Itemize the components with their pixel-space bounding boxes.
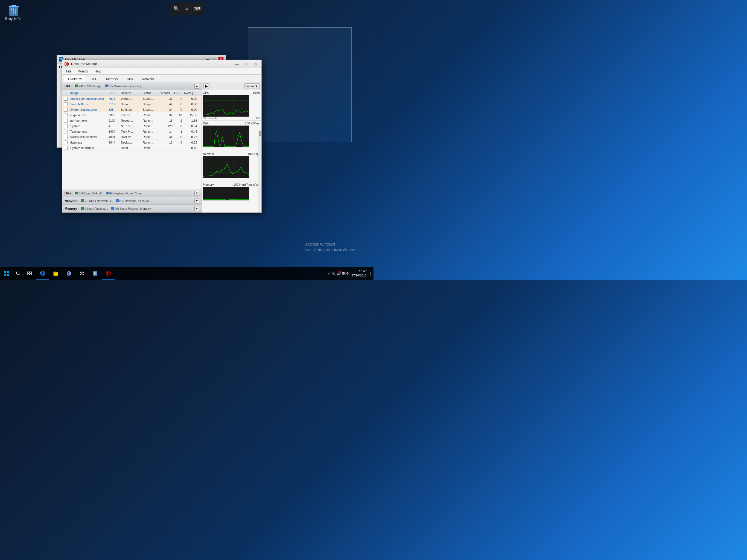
taskbar-clock[interactable]: 16:43 27/10/2016: [349, 269, 368, 278]
rm-close-btn[interactable]: ✕: [252, 61, 259, 67]
table-row[interactable]: iexplore.exe 3096 Interne... Runni... 32…: [62, 112, 202, 118]
proc-desc: Search ...: [120, 103, 142, 106]
col-threads[interactable]: Threads: [158, 91, 173, 95]
proc-image: SearchUI.exe: [70, 103, 108, 106]
svg-rect-10: [28, 272, 29, 273]
tab-cpu[interactable]: CPU: [86, 76, 101, 82]
cpu-graph-label: CPU 100%: [203, 91, 260, 95]
proc-status: Runni...: [142, 119, 158, 122]
svg-rect-19: [54, 272, 58, 276]
menu-button[interactable]: ≡: [182, 4, 192, 14]
table-row[interactable]: dwm.exe 3644 Deskto... Runni... 16 0 0.2…: [62, 140, 202, 145]
tray-lang[interactable]: ENG: [342, 272, 349, 275]
tray-expand[interactable]: ∧: [328, 272, 330, 275]
proc-desc: Settings: [120, 108, 142, 111]
resource-monitor-title: Resource Monitor: [71, 62, 231, 66]
col-avg[interactable]: Averag...: [183, 91, 198, 95]
disk-graph-val: 100 KB/sec: [245, 122, 260, 125]
network-manager-btn[interactable]: [62, 267, 75, 280]
memory-graph-section: Memory 100 Hard Faults/sec: [202, 182, 261, 201]
memory-graph-title: Memory: [203, 183, 214, 186]
proc-pid: 828: [108, 108, 120, 111]
table-row[interactable]: System Interrupts Defar... Runni... 0.16: [62, 145, 202, 151]
col-desc[interactable]: Descrip...: [120, 91, 142, 95]
show-desktop-btn[interactable]: |: [369, 271, 372, 276]
col-status[interactable]: Status: [142, 91, 158, 95]
magnifier-button[interactable]: 🔍: [172, 4, 181, 14]
ie-taskbar-btn[interactable]: [36, 267, 49, 280]
cpu-title: CPU: [65, 84, 71, 88]
rm-file-menu[interactable]: File: [63, 69, 74, 74]
col-pid[interactable]: PID: [108, 91, 120, 95]
svg-rect-20: [54, 272, 56, 273]
network-section-header[interactable]: Network 29 Kbps Network I/O 0% Network U…: [62, 197, 202, 205]
rm-maximize-btn[interactable]: □: [243, 61, 250, 67]
table-row[interactable]: System 4 NT Ker... Runni... 129 0 0.54: [62, 123, 202, 129]
views-label: Views: [247, 84, 254, 88]
memory-collapse-btn[interactable]: ▼: [195, 206, 199, 211]
tab-disk[interactable]: Disk: [123, 76, 137, 82]
proc-image: iexplore.exe: [70, 113, 108, 117]
activate-windows-notice: Activate Windows Go to Settings to activ…: [305, 241, 357, 253]
network-collapse-btn[interactable]: ▼: [195, 199, 199, 203]
svg-point-24: [81, 273, 83, 274]
rm-help-menu[interactable]: Help: [92, 69, 104, 74]
task-view-button[interactable]: [23, 267, 36, 280]
start-button[interactable]: [0, 267, 13, 280]
svg-point-8: [17, 272, 19, 275]
app-btn-1[interactable]: 📡: [88, 267, 102, 280]
proc-image: System: [70, 124, 108, 128]
proc-threads: 42: [158, 103, 173, 106]
proc-threads: 24: [158, 108, 173, 111]
proc-image: SystemSettings.exe: [70, 108, 108, 111]
memory-faults-stat: 0 Hard Faults/sec: [84, 207, 108, 210]
proc-avg: 0.27: [183, 135, 198, 138]
disk-graph: [203, 126, 249, 147]
proc-status: Runni...: [142, 113, 158, 117]
tray-volume-icon[interactable]: 🔊: [337, 272, 341, 276]
table-row[interactable]: SearchUI.exe 5112 Search ... Suspe... 42…: [62, 101, 202, 107]
disk-title: Disk: [65, 192, 71, 195]
disk-section-header[interactable]: Disk 0 KB/sec Disk I/O 0% Highest Active…: [62, 189, 202, 197]
table-header: Image PID Descrip... Status Threads CPU …: [62, 90, 202, 96]
table-row[interactable]: ShellExperienceHost.exe 4916 Windo... Su…: [62, 96, 202, 101]
cpu-graph-section: CPU 100%: [202, 90, 261, 121]
proc-status: Suspe...: [142, 97, 158, 100]
proc-avg: 0.00: [183, 108, 198, 111]
rm-monitor-menu[interactable]: Monitor: [75, 69, 91, 74]
rm-minimize-btn[interactable]: —: [233, 61, 241, 67]
keyboard-button[interactable]: ⌨: [192, 4, 202, 14]
memory-section-header[interactable]: Memory 0 Hard Faults/sec 0% Used Physica…: [62, 205, 202, 212]
rm-right-panel: ▶ Views ▼ CPU 100%: [202, 82, 261, 212]
views-chevron: ▼: [255, 84, 258, 88]
disk-collapse-btn[interactable]: ▼: [195, 191, 199, 196]
tab-network[interactable]: Network: [138, 76, 158, 82]
recycle-bin-icon[interactable]: Recycle Bin: [3, 3, 25, 21]
table-row[interactable]: SystemSettings.exe 828 Settings Suspe...…: [62, 107, 202, 112]
table-row[interactable]: svchost.exe (termsvcs) 4084 Host Pr... R…: [62, 134, 202, 140]
proc-cpu: 0: [173, 108, 183, 111]
col-cpu[interactable]: CPU: [173, 91, 183, 95]
table-row[interactable]: Taskmgr.exe 1404 Task M... Runni... 14 1…: [62, 129, 202, 134]
file-explorer-btn[interactable]: [49, 267, 62, 280]
tray-network-icon[interactable]: 🔌: [331, 272, 335, 276]
resource-monitor-taskbar-btn[interactable]: [102, 267, 115, 280]
cpu-collapse-btn[interactable]: ▲: [195, 84, 199, 88]
cpu-time-end: 0%: [256, 117, 260, 120]
views-dropdown-btn[interactable]: Views ▼: [244, 83, 260, 89]
proc-desc: Defar...: [120, 146, 142, 150]
resource-monitor-titlebar: Resource Monitor — □ ✕: [62, 60, 261, 68]
cpu-graph: [203, 95, 249, 117]
cpu-section-header[interactable]: CPU 24% CPU Usage 0% Maximum Frequency ▲: [62, 82, 202, 90]
tab-overview[interactable]: Overview: [64, 76, 86, 82]
search-button[interactable]: [13, 267, 23, 280]
settings-btn[interactable]: [75, 267, 88, 280]
rph-prev-btn[interactable]: ▶: [203, 83, 209, 89]
table-row[interactable]: perfmon.exe 2100 Resour... Runni... 18 2…: [62, 118, 202, 123]
tab-memory[interactable]: Memory: [102, 76, 122, 82]
col-image[interactable]: Image: [70, 91, 108, 95]
proc-image: svchost.exe (termsvcs): [70, 135, 108, 138]
right-panel-scrollbar[interactable]: [258, 130, 261, 212]
clock-date: 27/10/2016: [351, 274, 366, 278]
proc-image: dwm.exe: [70, 141, 108, 144]
